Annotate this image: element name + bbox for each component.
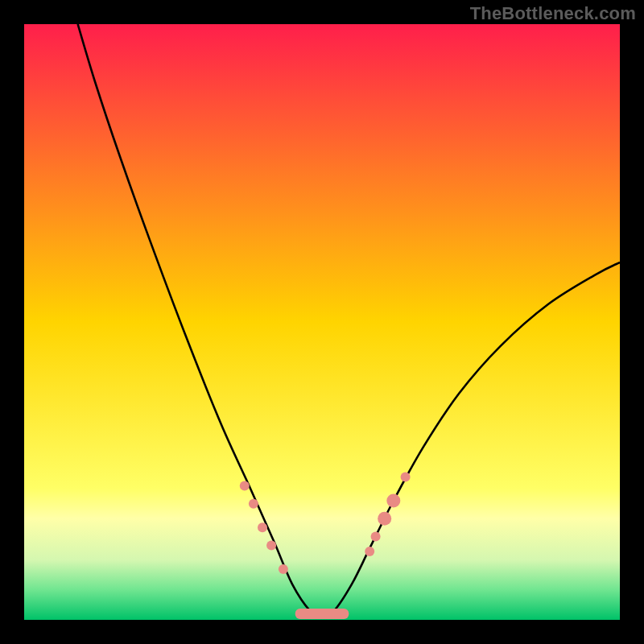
highlight-dot <box>240 481 250 491</box>
highlight-dot <box>401 472 411 481</box>
base-flat-segment <box>295 609 349 619</box>
gradient-panel <box>24 24 620 620</box>
highlight-dot <box>378 512 391 526</box>
highlight-dot <box>365 547 374 556</box>
highlight-dot <box>371 531 381 541</box>
highlight-dot <box>258 522 267 532</box>
highlight-dot <box>386 494 400 508</box>
highlight-dot <box>266 541 276 551</box>
watermark-text: TheBottleneck.com <box>470 3 636 24</box>
highlight-dot <box>279 564 288 574</box>
chart-svg <box>0 0 644 644</box>
chart-stage: TheBottleneck.com <box>0 0 644 644</box>
highlight-dot <box>249 499 258 509</box>
